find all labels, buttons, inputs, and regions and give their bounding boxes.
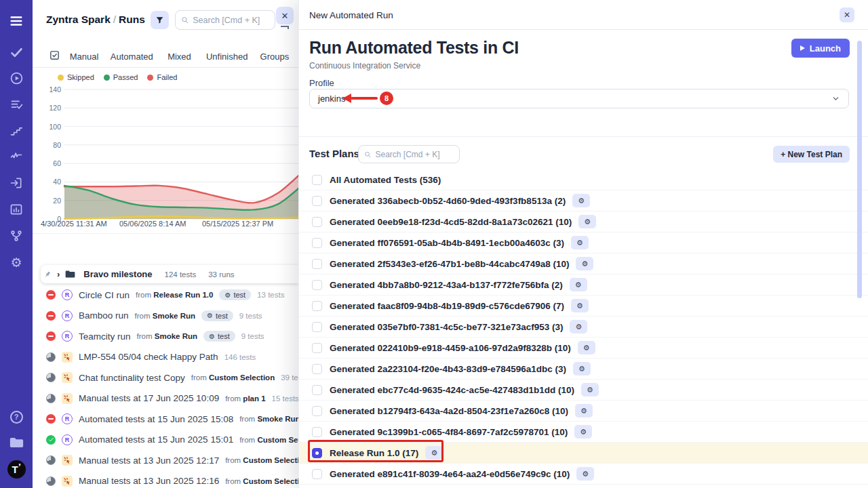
run-test-badge[interactable]: ⚙test xyxy=(203,331,235,342)
tab-manual[interactable]: Manual xyxy=(60,52,108,62)
test-plan-settings-button[interactable]: ⚙ xyxy=(571,299,589,312)
filter-button[interactable] xyxy=(151,11,169,29)
test-plan-settings-button[interactable]: ⚙ xyxy=(570,320,587,333)
test-plan-settings-button[interactable]: ⚙ xyxy=(571,236,589,249)
run-row[interactable]: Manual tests at 13 Jun 2025 12:17from Cu… xyxy=(33,450,298,471)
test-plan-row[interactable]: Generated 9c1399b1-c065-4f84-8697-7af2c5… xyxy=(299,422,868,443)
checkbox[interactable] xyxy=(312,364,322,374)
milestone-row[interactable]: › Bravo milestone 124 tests 33 runs xyxy=(41,265,298,283)
breadcrumb-project[interactable]: Zyntra Spark xyxy=(46,14,111,25)
run-row[interactable]: RAutomated tests at 15 Jun 2025 15:08fro… xyxy=(33,409,298,430)
checkbox[interactable] xyxy=(312,406,322,416)
test-plan-settings-button[interactable]: ⚙ xyxy=(574,425,592,439)
drawer-close-button[interactable]: ✕ xyxy=(840,7,854,22)
test-plan-settings-button[interactable]: ⚙ xyxy=(573,362,591,375)
sidebar-item-branches[interactable] xyxy=(0,224,33,247)
test-plan-settings-button[interactable]: ⚙ xyxy=(576,257,593,270)
tab-unfinished[interactable]: Unfinished xyxy=(203,52,251,62)
run-row[interactable]: Chat functinality test Copyfrom Custom S… xyxy=(33,367,298,388)
runs-search[interactable] xyxy=(175,10,275,30)
run-test-badge[interactable]: ⚙test xyxy=(201,310,233,321)
run-row[interactable]: RAutomated tests at 15 Jun 2025 15:01fro… xyxy=(33,430,298,451)
test-plan-settings-button[interactable]: ⚙ xyxy=(581,383,599,396)
runs-search-input[interactable] xyxy=(193,16,269,25)
checkbox[interactable] xyxy=(312,427,322,437)
run-name[interactable]: Manual tests at 13 Jun 2025 12:16 xyxy=(79,476,219,486)
test-plan-row[interactable]: Generated faac8f09-94b8-4b19-89d9-c576cd… xyxy=(299,296,868,317)
run-name[interactable]: Automated tests at 15 Jun 2025 15:08 xyxy=(79,414,233,424)
test-plan-settings-button[interactable]: ⚙ xyxy=(575,404,593,418)
test-plan-row[interactable]: Generated 2a223104-f20e-4b43-83d9-e78459… xyxy=(299,359,868,380)
test-plan-row[interactable]: Generated ff076591-05ab-4b4b-8491-1ecb00… xyxy=(299,232,868,253)
sidebar-item-app-logo[interactable]: T❜ xyxy=(0,458,33,481)
run-row[interactable]: LMP-554 05/04 check Happy Path146 tests xyxy=(33,347,298,368)
checkbox[interactable] xyxy=(312,280,322,290)
test-plan-settings-button[interactable]: ⚙ xyxy=(578,215,596,228)
test-plan-row[interactable]: All Automated Tests (536) xyxy=(299,169,868,190)
test-plan-row[interactable]: Generated 4bb7a8b0-9212-43a4-b137-f772fe… xyxy=(299,274,868,296)
test-plan-settings-button[interactable]: ⚙ xyxy=(576,467,594,481)
run-name[interactable]: Manual tests at 17 Jun 2025 10:09 xyxy=(79,393,219,403)
test-plan-row[interactable]: Generated b12794f3-643a-4a2d-8504-23f1e7… xyxy=(299,401,868,422)
run-row[interactable]: Manual tests at 13 Jun 2025 12:16from Cu… xyxy=(33,471,298,488)
sidebar-item-settings-gear[interactable]: ⚙ xyxy=(0,251,33,274)
test-plan-row[interactable]: Generated ebc77c4d-9635-424c-ac5e-427483… xyxy=(299,380,868,401)
sidebar-item-reports[interactable] xyxy=(0,198,33,221)
test-plans-search[interactable] xyxy=(358,145,460,163)
test-plan-row[interactable]: Generated 336abecb-0b52-4d60-9ded-493f3f… xyxy=(299,190,868,211)
sidebar-item-help[interactable]: ? xyxy=(0,405,33,428)
sidebar-item-steps[interactable] xyxy=(0,119,33,142)
checkbox[interactable] xyxy=(312,175,322,185)
test-plan-row[interactable]: Generated 2f5343e3-ef26-47b1-be8b-44cabc… xyxy=(299,253,868,274)
test-plan-row[interactable]: Generated e891c41f-8039-4e64-aa24-e0d56e… xyxy=(299,464,868,485)
test-plan-row[interactable]: Generated 0eeb9e18-f23d-4cd5-82dd-8a1a73… xyxy=(299,211,868,232)
tab-mixed[interactable]: Mixed xyxy=(155,52,203,62)
test-plan-row[interactable]: Generated 022410b9-e918-4459-a106-97d2a9… xyxy=(299,338,868,359)
run-name[interactable]: Automated tests at 15 Jun 2025 15:01 xyxy=(79,434,233,445)
tab-groups[interactable]: Groups xyxy=(251,52,298,62)
sidebar-item-projects-folder[interactable] xyxy=(0,431,33,454)
sidebar-item-run-play[interactable] xyxy=(0,66,33,89)
test-plan-settings-button[interactable]: ⚙ xyxy=(570,278,587,291)
sidebar-item-menu[interactable] xyxy=(0,9,33,33)
sidebar-item-import[interactable] xyxy=(0,171,33,195)
run-row[interactable]: RCircle CI runfrom Release Run 1.0⚙test1… xyxy=(33,285,298,306)
checkbox[interactable] xyxy=(312,259,322,269)
run-name[interactable]: Bamboo run xyxy=(79,310,129,321)
expand-chevron-icon[interactable]: › xyxy=(57,269,60,279)
test-plan-settings-button[interactable]: ⚙ xyxy=(578,341,595,354)
sidebar-item-check-tasks[interactable] xyxy=(0,41,33,64)
run-test-badge[interactable]: ⚙test xyxy=(219,289,251,300)
test-plan-settings-button[interactable]: ⚙ xyxy=(572,194,590,207)
checkbox[interactable] xyxy=(312,385,322,395)
checkbox[interactable] xyxy=(312,196,322,206)
checkbox[interactable] xyxy=(312,343,322,353)
select-all-icon[interactable] xyxy=(49,49,60,64)
checkbox-checked[interactable] xyxy=(312,448,322,458)
close-panel-button[interactable]: ✕ xyxy=(276,7,294,24)
checkbox[interactable] xyxy=(312,322,322,332)
drawer-scrollbar-thumb[interactable] xyxy=(857,41,862,298)
run-row[interactable]: RTeamcity runfrom Smoke Run⚙test9 tests xyxy=(33,326,298,347)
run-name[interactable]: LMP-554 05/04 check Happy Path xyxy=(79,352,218,362)
launch-button[interactable]: Launch xyxy=(791,39,850,58)
test-plan-settings-button[interactable]: ⚙ xyxy=(425,446,443,460)
test-plans-search-input[interactable] xyxy=(376,150,454,159)
runs-trend-chart: SkippedPassedFailed 020406080100120140 4… xyxy=(33,67,298,234)
test-plan-row[interactable]: Generated 035e7bf0-7381-4c5c-be77-321e73… xyxy=(299,317,868,338)
run-name[interactable]: Teamcity run xyxy=(79,331,131,342)
checkbox[interactable] xyxy=(312,469,322,479)
run-name[interactable]: Chat functinality test Copy xyxy=(79,373,185,383)
test-plan-row-selected[interactable]: Release Run 1.0 (17)⚙ xyxy=(299,443,868,464)
sidebar-item-test-list[interactable] xyxy=(0,93,33,116)
new-test-plan-button[interactable]: + New Test Plan xyxy=(773,146,850,163)
checkbox[interactable] xyxy=(312,301,322,311)
run-row[interactable]: RBamboo runfrom Smoke Run⚙test9 tests xyxy=(33,306,298,327)
run-name[interactable]: Manual tests at 13 Jun 2025 12:17 xyxy=(79,455,219,466)
checkbox[interactable] xyxy=(312,217,322,227)
checkbox[interactable] xyxy=(312,238,322,248)
tab-automated[interactable]: Automated xyxy=(108,52,155,62)
run-name[interactable]: Circle CI run xyxy=(79,290,130,300)
run-row[interactable]: Manual tests at 17 Jun 2025 10:09from pl… xyxy=(33,388,298,409)
sidebar-item-pulse[interactable] xyxy=(0,145,33,168)
